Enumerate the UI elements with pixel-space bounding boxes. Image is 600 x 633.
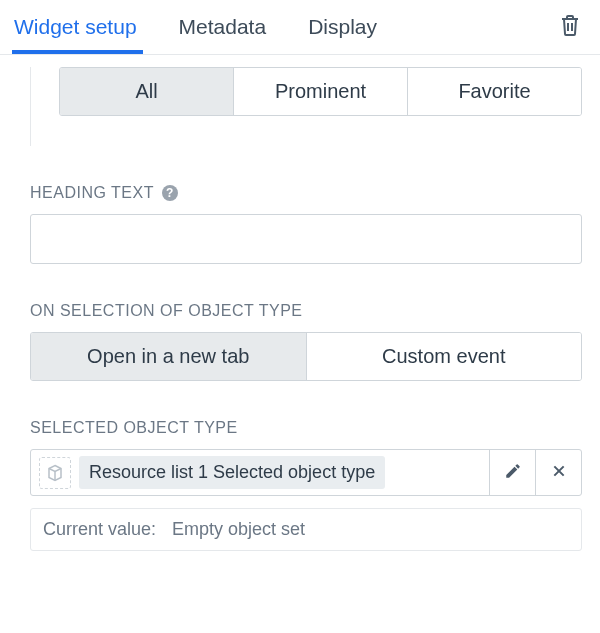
clear-button[interactable] xyxy=(535,450,581,495)
on-selection-section: ON SELECTION OF OBJECT TYPE Open in a ne… xyxy=(30,302,582,381)
filter-all[interactable]: All xyxy=(60,68,233,115)
heading-text-label: HEADING TEXT xyxy=(30,184,154,202)
selected-object-main[interactable]: Resource list 1 Selected object type xyxy=(31,450,489,495)
filter-prominent[interactable]: Prominent xyxy=(233,68,407,115)
filter-favorite[interactable]: Favorite xyxy=(407,68,581,115)
tab-widget-setup[interactable]: Widget setup xyxy=(12,1,155,53)
filter-segmented-control: All Prominent Favorite xyxy=(59,67,582,116)
close-icon xyxy=(551,463,567,483)
help-icon[interactable]: ? xyxy=(162,185,178,201)
edit-button[interactable] xyxy=(489,450,535,495)
delete-button[interactable] xyxy=(552,9,588,45)
trash-icon xyxy=(559,13,581,41)
selected-object-chip: Resource list 1 Selected object type xyxy=(79,456,385,489)
object-placeholder-icon xyxy=(39,457,71,489)
current-value: Empty object set xyxy=(172,519,305,540)
tab-metadata[interactable]: Metadata xyxy=(177,1,285,53)
tab-bar: Widget setup Metadata Display xyxy=(0,0,600,55)
selected-object-row: Resource list 1 Selected object type xyxy=(30,449,582,496)
current-value-row: Current value: Empty object set xyxy=(30,508,582,551)
tab-display[interactable]: Display xyxy=(306,1,395,53)
selected-object-type-section: SELECTED OBJECT TYPE Resource list 1 Sel… xyxy=(30,419,582,551)
option-open-new-tab[interactable]: Open in a new tab xyxy=(31,333,306,380)
on-selection-segmented-control: Open in a new tab Custom event xyxy=(30,332,582,381)
pencil-icon xyxy=(504,462,522,484)
heading-text-section: HEADING TEXT ? xyxy=(30,184,582,264)
on-selection-label: ON SELECTION OF OBJECT TYPE xyxy=(30,302,303,320)
selected-object-type-label: SELECTED OBJECT TYPE xyxy=(30,419,238,437)
option-custom-event[interactable]: Custom event xyxy=(306,333,582,380)
heading-text-input[interactable] xyxy=(30,214,582,264)
current-value-label: Current value: xyxy=(43,519,156,540)
